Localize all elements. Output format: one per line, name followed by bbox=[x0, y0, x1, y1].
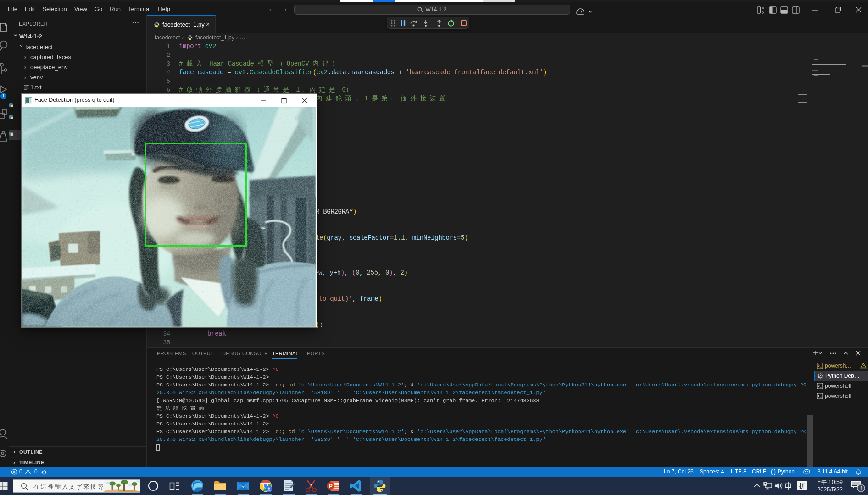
svg-text:1: 1 bbox=[860, 485, 863, 492]
svg-text:P: P bbox=[328, 483, 333, 490]
